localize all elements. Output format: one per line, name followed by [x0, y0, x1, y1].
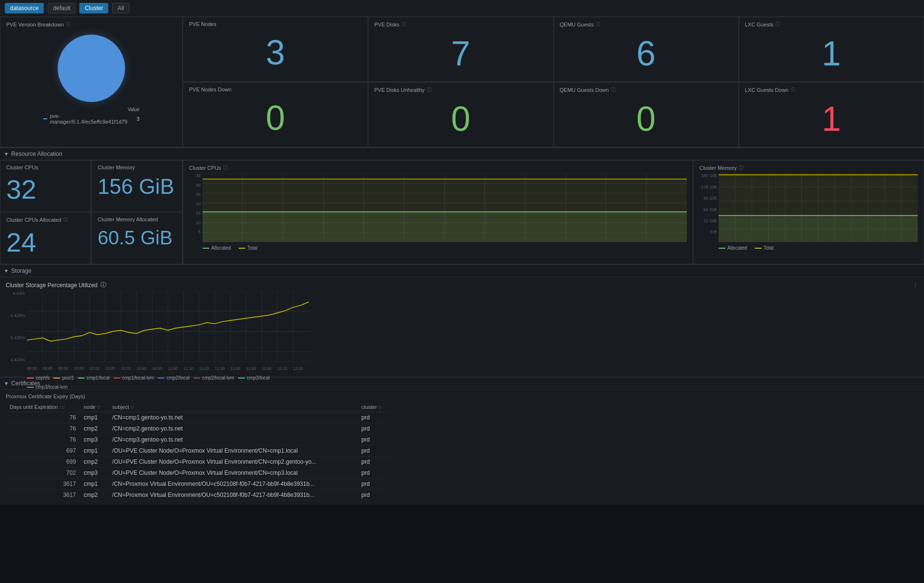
- svg-text:10:50: 10:50: [152, 366, 162, 371]
- lxc-guests-down-value: 1: [745, 95, 918, 143]
- table-row: 3617 cmp1 /CN=Proxmox Virtual Environmen…: [6, 479, 391, 490]
- pve-nodes-value: 3: [189, 29, 362, 76]
- qemu-guests-title: QEMU Guests ⓘ: [560, 21, 733, 28]
- cluster-button[interactable]: Cluster: [79, 3, 108, 13]
- cpu-chart-info-icon: ⓘ: [223, 165, 228, 171]
- storage-legend-cmp3locallvm: cmp3/local-lvm: [27, 384, 68, 390]
- svg-text:10:40: 10:40: [137, 366, 147, 371]
- cluster-memory-allocated-panel: Cluster Memory Allocated 60.5 GiB: [91, 212, 182, 264]
- cluster-cpus-value: 32: [6, 172, 85, 207]
- cpu-y-label-25: 25: [196, 192, 201, 197]
- cephfs-color: [27, 378, 34, 379]
- svg-text:09:50: 09:50: [58, 366, 68, 371]
- cpu-y-label-15: 15: [196, 211, 201, 215]
- resource-allocation-label: Resource Allocation: [11, 151, 62, 157]
- cmp1locallvm-color: [114, 378, 120, 379]
- pie-chart: [58, 35, 125, 102]
- pve-version-title: PVE Version Breakdown ⓘ: [6, 21, 177, 28]
- cert-node-5: cmp3: [80, 468, 108, 479]
- storage-legend-cmp2local: cmp2/local: [158, 375, 190, 380]
- mem-y-label-160: 160 GiB: [701, 173, 717, 178]
- cpu-y-label-10: 10: [196, 220, 201, 225]
- cpu-legend-total-color: [239, 248, 245, 249]
- svg-text:09:30: 09:30: [27, 366, 37, 371]
- cert-node-4: cmp2: [80, 456, 108, 468]
- svg-text:11:20: 11:20: [199, 366, 209, 371]
- mem-chart-legend: Allocated Total: [719, 245, 918, 251]
- svg-text:11:40: 11:40: [230, 366, 240, 371]
- lxc-guests-value: 1: [745, 30, 918, 77]
- datasource-button[interactable]: datasource: [5, 3, 44, 13]
- mem-y-label-64: 64 GiB: [703, 207, 717, 212]
- svg-marker-20: [203, 179, 687, 242]
- qemu-guests-down-value: 0: [560, 95, 733, 143]
- cluster-cpus-allocated-title: Cluster CPUs Allocated ⓘ: [6, 216, 85, 223]
- cpu-legend-allocated-color: [203, 248, 209, 249]
- storage-legend-cephfs: cephfs: [27, 375, 50, 380]
- cert-days-7: 3617: [6, 490, 80, 501]
- cert-collapse-icon: ▾: [5, 380, 8, 387]
- cluster-cpus-panel: Cluster CPUs 32: [0, 160, 91, 212]
- svg-text:11:10: 11:10: [184, 366, 194, 371]
- cpu-chart-legend: Allocated Total: [203, 245, 687, 251]
- cert-days-6: 3617: [6, 479, 80, 490]
- lxc-guests-info-icon: ⓘ: [775, 21, 780, 28]
- cert-cluster-6: prd: [357, 479, 391, 490]
- sort-days-icon[interactable]: ↑▽: [59, 405, 65, 410]
- cert-subject-1: /CN=cmp2.gentoo-yo.ts.net: [108, 423, 357, 434]
- table-row: 76 cmp1 /CN=cmp1.gentoo-yo.ts.net prd: [6, 412, 391, 423]
- all-button[interactable]: All: [112, 3, 129, 13]
- mem-legend-allocated: Allocated: [719, 245, 747, 251]
- cert-days-1: 76: [6, 423, 80, 434]
- table-row: 76 cmp2 /CN=cmp2.gentoo-yo.ts.net prd: [6, 423, 391, 434]
- cert-days-3: 697: [6, 445, 80, 456]
- sort-subject-icon[interactable]: ▽: [130, 405, 134, 410]
- qemu-guests-down-title: QEMU Guests Down ⓘ: [560, 87, 733, 93]
- storage-chart-menu-icon[interactable]: ⋮: [912, 282, 918, 289]
- mem-y-label-96: 96 GiB: [703, 196, 717, 201]
- pve-version-info-icon: ⓘ: [66, 21, 71, 28]
- pool1-color: [53, 378, 60, 379]
- cert-subject-2: /CN=cmp3.gentoo-yo.ts.net: [108, 434, 357, 445]
- col-node: node ▽: [80, 402, 108, 412]
- svg-text:10:10: 10:10: [89, 366, 100, 371]
- legend-item: pve-manager/8.1.4/ec5effc9e41f1d79 3: [43, 113, 139, 125]
- qemu-guests-panel: QEMU Guests ⓘ 6: [554, 17, 739, 82]
- mem-legend-total: Total: [755, 245, 773, 251]
- pve-nodes-down-title: PVE Nodes Down: [189, 87, 362, 92]
- storage-section-header[interactable]: ▾ Storage: [0, 265, 924, 277]
- pve-disks-title: PVE Disks ⓘ: [374, 21, 547, 28]
- sort-node-icon[interactable]: ▽: [97, 405, 100, 410]
- pve-nodes-panel: PVE Nodes 3: [183, 17, 368, 82]
- storage-legend: cephfs pool1 cmp1/local cmp1/local-lvm c…: [27, 375, 311, 390]
- cert-node-6: cmp1: [80, 479, 108, 490]
- cpu-y-label-35: 35: [196, 173, 201, 178]
- default-button[interactable]: default: [48, 3, 76, 13]
- table-row: 76 cmp3 /CN=cmp3.gentoo-yo.ts.net prd: [6, 434, 391, 445]
- qemu-guests-value: 6: [560, 30, 733, 77]
- svg-text:12:00: 12:00: [262, 366, 272, 371]
- storage-chart-info-icon: ⓘ: [101, 281, 106, 289]
- cert-subject-6: /CN=Proxmox Virtual Environment/OU=c5021…: [108, 479, 357, 490]
- cmp1local-color: [78, 378, 85, 379]
- pve-disks-unhealthy-value: 0: [374, 95, 547, 143]
- legend-value-header: Value: [127, 107, 139, 112]
- cert-days-2: 76: [6, 434, 80, 445]
- svg-text:12:10: 12:10: [278, 366, 288, 371]
- legend-item-value: 3: [137, 116, 139, 122]
- mem-legend-allocated-color: [719, 248, 725, 249]
- cert-subject-7: /CN=Proxmox Virtual Environment/OU=c5021…: [108, 490, 357, 501]
- cert-days-5: 702: [6, 468, 80, 479]
- cluster-memory-title: Cluster Memory: [98, 165, 176, 170]
- certificates-panel: Proxmox Certificate Expiry (Days) Days u…: [0, 390, 924, 505]
- pve-nodes-down-panel: PVE Nodes Down 0: [183, 82, 368, 147]
- sort-cluster-icon[interactable]: ▽: [379, 405, 382, 410]
- cluster-memory-allocated-value: 60.5 GiB: [98, 224, 176, 251]
- col-days: Days until Expiration ↑▽: [6, 402, 80, 412]
- resource-allocation-header[interactable]: ▾ Resource Allocation: [0, 148, 924, 160]
- cert-cluster-3: prd: [357, 445, 391, 456]
- cluster-memory-panel: Cluster Memory 156 GiB: [91, 160, 182, 212]
- cluster-memory-allocated-title: Cluster Memory Allocated: [98, 216, 176, 222]
- storage-y-label-4426: 4.426%: [10, 335, 25, 340]
- mem-legend-total-color: [755, 248, 761, 249]
